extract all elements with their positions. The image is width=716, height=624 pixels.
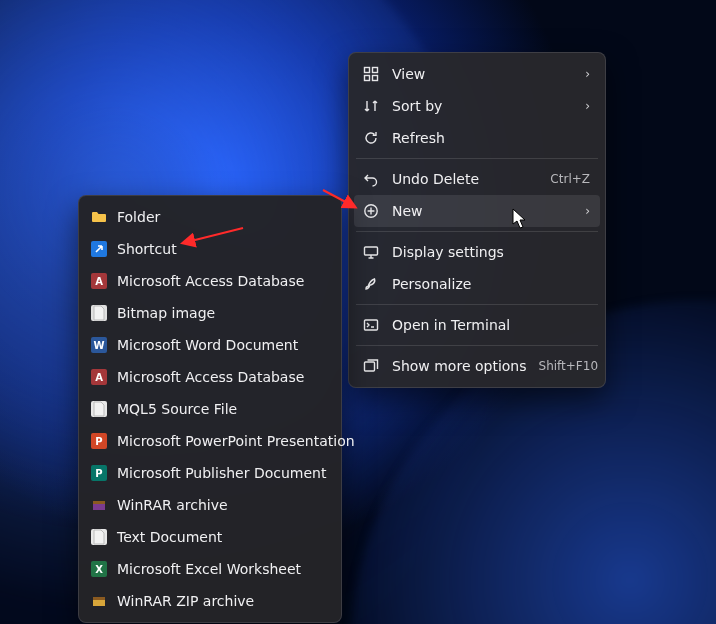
mouse-cursor-icon <box>512 208 528 230</box>
svg-line-13 <box>183 228 243 243</box>
svg-line-12 <box>323 190 355 207</box>
annotation-arrows <box>0 0 716 624</box>
